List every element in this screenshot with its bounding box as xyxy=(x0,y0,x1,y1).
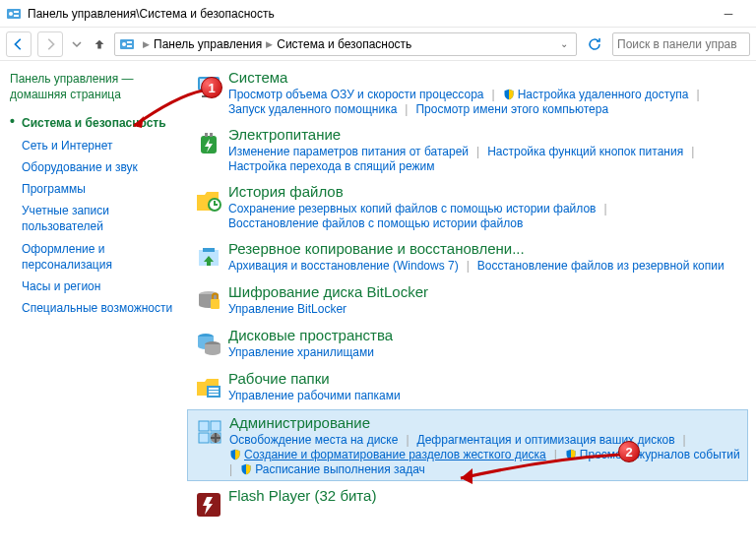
link-separator: | xyxy=(691,145,694,158)
link-separator: | xyxy=(492,88,495,101)
task-link[interactable]: Изменение параметров питания от батарей xyxy=(228,145,469,158)
uac-shield-icon xyxy=(229,449,241,460)
breadcrumb-root[interactable]: Панель управления xyxy=(154,37,262,51)
chevron-right-icon[interactable]: ▶ xyxy=(266,39,273,49)
annotation-arrow-1 xyxy=(126,87,207,134)
svg-rect-20 xyxy=(199,421,209,431)
category-title[interactable]: Flash Player (32 бита) xyxy=(228,487,742,504)
recent-dropdown[interactable] xyxy=(69,31,85,57)
forward-button[interactable] xyxy=(37,31,63,57)
sidebar-item[interactable]: Учетные записи пользователей xyxy=(10,200,181,237)
category: История файловСохранение резервных копий… xyxy=(187,179,748,234)
link-separator: | xyxy=(229,462,232,476)
link-separator: | xyxy=(405,102,408,116)
category-icon xyxy=(193,487,228,521)
task-link[interactable]: Управление BitLocker xyxy=(228,302,346,316)
svg-rect-13 xyxy=(211,299,220,309)
annotation-step-1: 1 xyxy=(201,77,222,98)
category-title[interactable]: Система xyxy=(228,69,742,86)
svg-rect-21 xyxy=(211,421,220,431)
link-separator: | xyxy=(683,433,686,447)
category-icon xyxy=(193,370,228,403)
task-link[interactable]: Сохранение резервных копий файлов с помо… xyxy=(228,202,597,215)
category-title[interactable]: Дисковые пространства xyxy=(228,327,742,343)
address-bar: ▶ Панель управления ▶ Система и безопасн… xyxy=(0,28,756,61)
link-separator: | xyxy=(476,145,479,158)
svg-rect-17 xyxy=(209,388,219,390)
chevron-right-icon[interactable]: ▶ xyxy=(143,39,150,49)
task-link[interactable]: Просмотр имени этого компьютера xyxy=(415,102,608,116)
task-link[interactable]: Архивация и восстановление (Windows 7) xyxy=(228,259,459,273)
link-separator: | xyxy=(697,88,700,101)
task-link[interactable]: Освобождение места на диске xyxy=(229,433,398,447)
task-link[interactable]: Настройка перехода в спящий режим xyxy=(228,159,434,173)
task-link[interactable]: Просмотр объема ОЗУ и скорости процессор… xyxy=(228,88,484,101)
annotation-step-2: 2 xyxy=(618,441,640,462)
task-link[interactable]: Настройка функций кнопок питания xyxy=(487,145,683,158)
uac-shield-icon xyxy=(503,89,515,100)
minimize-button[interactable]: ─ xyxy=(707,4,750,24)
sidebar-item[interactable]: Часы и регион xyxy=(10,276,181,297)
up-button[interactable] xyxy=(91,31,108,57)
sidebar-item[interactable]: Программы xyxy=(10,178,181,200)
control-panel-icon xyxy=(119,36,135,52)
category: Шифрование диска BitLockerУправление Bit… xyxy=(187,279,748,321)
task-link[interactable]: Восстановление файлов с помощью истории … xyxy=(228,216,523,230)
uac-shield-icon xyxy=(240,463,252,475)
annotation-arrow-2 xyxy=(451,451,624,486)
category-title[interactable]: Электропитание xyxy=(228,126,742,143)
svg-rect-10 xyxy=(210,133,213,137)
sidebar-item[interactable]: Специальные возможности xyxy=(10,297,181,319)
category-icon xyxy=(193,240,228,274)
sidebar-item[interactable]: Оборудование и звук xyxy=(10,156,181,178)
category-title[interactable]: Шифрование диска BitLocker xyxy=(228,283,742,300)
breadcrumb-bar[interactable]: ▶ Панель управления ▶ Система и безопасн… xyxy=(114,32,577,56)
sidebar-item[interactable]: Оформление и персонализация xyxy=(10,238,181,276)
category-title[interactable]: История файлов xyxy=(228,183,742,200)
sidebar: Панель управления — домашняя страница Си… xyxy=(0,61,187,552)
category: ЭлектропитаниеИзменение параметров питан… xyxy=(187,122,748,177)
category: Flash Player (32 бита) xyxy=(187,483,748,524)
search-field[interactable] xyxy=(612,32,750,56)
sidebar-item[interactable]: Сеть и Интернет xyxy=(10,135,181,156)
task-link[interactable]: Расписание выполнения задач xyxy=(240,462,425,476)
link-separator: | xyxy=(467,259,470,273)
category: СистемаПросмотр объема ОЗУ и скорости пр… xyxy=(187,65,748,120)
svg-rect-22 xyxy=(199,433,209,443)
category-icon xyxy=(193,283,228,317)
category-title[interactable]: Рабочие папки xyxy=(228,370,742,387)
svg-rect-26 xyxy=(211,437,220,439)
breadcrumb-current[interactable]: Система и безопасность xyxy=(277,37,411,51)
task-link[interactable]: Управление рабочими папками xyxy=(228,389,401,402)
category: Дисковые пространстваУправление хранилищ… xyxy=(187,323,748,364)
category-title[interactable]: Резервное копирование и восстановлени... xyxy=(228,240,742,257)
task-link[interactable]: Запуск удаленного помощника xyxy=(228,102,397,116)
window-title: Панель управления\Система и безопасность xyxy=(28,7,275,21)
category: Резервное копирование и восстановлени...… xyxy=(187,236,748,277)
address-dropdown[interactable]: ⌄ xyxy=(556,38,572,49)
task-link[interactable]: Управление хранилищами xyxy=(228,345,374,359)
category-title[interactable]: Администрирование xyxy=(229,414,741,431)
category-icon xyxy=(193,183,228,230)
refresh-button[interactable] xyxy=(583,32,606,56)
category: Рабочие папкиУправление рабочими папками xyxy=(187,366,748,407)
svg-rect-18 xyxy=(209,391,219,393)
title-bar: Панель управления\Система и безопасность… xyxy=(0,0,756,28)
link-separator: | xyxy=(604,202,607,215)
control-panel-icon xyxy=(6,6,22,22)
category-icon xyxy=(194,414,229,476)
category-icon xyxy=(193,327,228,360)
link-separator: | xyxy=(406,433,409,447)
svg-rect-19 xyxy=(209,394,219,396)
back-button[interactable] xyxy=(6,31,32,57)
task-link[interactable]: Настройка удаленного доступа xyxy=(503,88,689,101)
search-input[interactable] xyxy=(617,37,745,51)
task-link[interactable]: Восстановление файлов из резервной копии xyxy=(477,259,724,273)
